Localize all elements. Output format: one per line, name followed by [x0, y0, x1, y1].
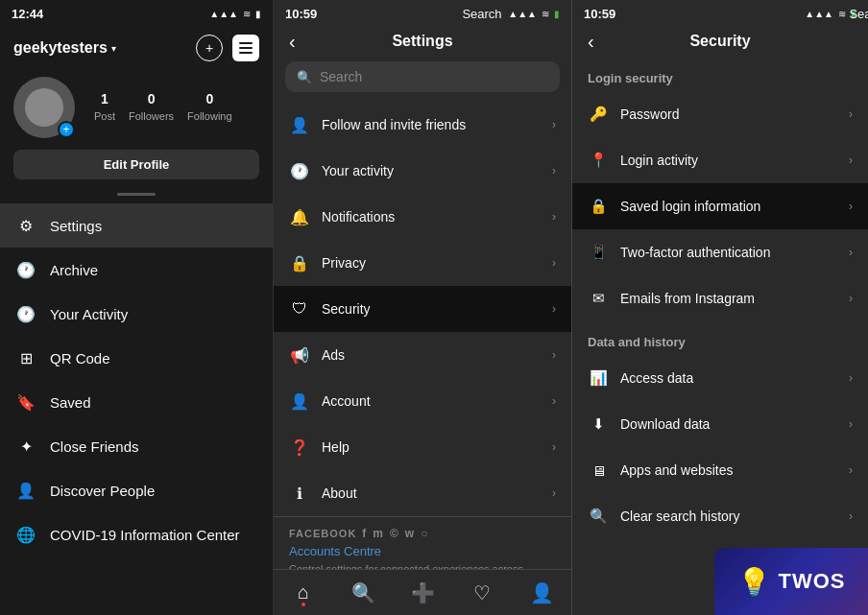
menu-button[interactable] — [232, 35, 259, 61]
sidebar-item-settings[interactable]: ⚙ Settings — [0, 203, 273, 248]
bottom-nav: ⌂ 🔍 ➕ ♡ 👤 — [274, 569, 571, 615]
saved-label: Saved — [50, 394, 91, 411]
username: geekytesters — [13, 39, 108, 57]
home-nav-button[interactable]: ⌂ — [284, 574, 323, 612]
security-item-emails[interactable]: ✉ Emails from Instagram › — [572, 275, 868, 321]
search-label-p2: Search — [462, 7, 501, 21]
your-activity-icon: 🕐 — [289, 160, 310, 181]
security-item-clear-search[interactable]: 🔍 Clear search history › — [572, 493, 868, 539]
divider — [117, 193, 156, 196]
search-nav-button[interactable]: 🔍 — [344, 574, 382, 612]
access-data-icon: 📊 — [588, 367, 609, 389]
facebook-icon: f — [362, 527, 367, 540]
security-item-two-factor[interactable]: 📱 Two-factor authentication › — [572, 229, 868, 275]
posts-stat: 1 Post — [94, 91, 115, 124]
chevron-right-icon: › — [552, 486, 556, 500]
nav-header-p3: ‹ Security — [572, 27, 868, 58]
profile-nav-button[interactable]: 👤 — [522, 574, 561, 612]
chevron-right-icon: › — [849, 463, 853, 477]
search-bar[interactable]: 🔍 Search — [285, 61, 560, 92]
search-input[interactable]: Search — [320, 69, 362, 84]
sidebar-item-saved[interactable]: 🔖 Saved — [0, 380, 273, 424]
saved-icon: 🔖 — [15, 391, 36, 413]
settings-item-ads[interactable]: 📢 Ads › — [274, 332, 571, 378]
settings-panel: 10:59 Search ▲▲▲ ≋ ▮ ‹ Settings 🔍 Search… — [274, 0, 572, 615]
about-icon: ℹ — [289, 483, 310, 504]
sidebar-item-covid-info[interactable]: 🌐 COVID-19 Information Center — [0, 512, 273, 556]
security-icon: 🛡 — [289, 298, 310, 319]
status-bar-p3: 10:59 Search ▲▲▲ ≋ ▮ — [572, 0, 868, 27]
ads-icon: 📢 — [289, 344, 310, 366]
search-label-p3: Search — [849, 7, 868, 21]
status-bar-p1: 12:44 ▲▲▲ ≋ ▮ — [0, 0, 273, 27]
security-item-login-activity[interactable]: 📍 Login activity › — [572, 137, 868, 183]
covid-info-icon: 🌐 — [15, 524, 36, 545]
wifi-icon-p3: ≋ — [838, 9, 846, 19]
followers-label: Followers — [129, 110, 174, 122]
facebook-description: Control settings for connected experienc… — [289, 562, 556, 569]
help-label: Help — [322, 439, 350, 455]
wifi-icon-p2: ≋ — [542, 9, 549, 19]
settings-item-your-activity[interactable]: 🕐 Your activity › — [274, 148, 571, 194]
username-row: geekytesters ▾ — [13, 39, 116, 57]
two-factor-label: Two-factor authentication — [620, 245, 770, 260]
login-activity-label: Login activity — [620, 153, 698, 168]
settings-item-privacy[interactable]: 🔒 Privacy › — [274, 240, 571, 286]
chevron-right-icon: › — [552, 348, 556, 362]
sidebar-item-close-friends[interactable]: ✦ Close Friends — [0, 424, 273, 468]
following-count: 0 — [187, 91, 231, 106]
activity-nav-button[interactable]: ♡ — [463, 574, 501, 612]
status-icons-p1: ▲▲▲ ≋ ▮ — [209, 9, 261, 19]
sidebar-item-archive[interactable]: 🕐 Archive — [0, 248, 273, 292]
accounts-centre-link[interactable]: Accounts Centre — [289, 544, 556, 558]
time-p1: 12:44 — [12, 7, 43, 21]
your-activity-icon: 🕐 — [15, 303, 36, 324]
chevron-right-icon: › — [552, 302, 556, 316]
avatar-image — [25, 88, 63, 127]
whatsapp-icon: w — [405, 527, 415, 540]
security-item-access-data[interactable]: 📊 Access data › — [572, 355, 868, 401]
security-item-apps-websites[interactable]: 🖥 Apps and websites › — [572, 447, 868, 493]
privacy-icon: 🔒 — [289, 252, 310, 273]
add-post-button[interactable]: + — [196, 35, 223, 61]
settings-item-account[interactable]: 👤 Account › — [274, 378, 571, 424]
emails-icon: ✉ — [588, 288, 609, 309]
notifications-label: Notifications — [322, 209, 395, 225]
chevron-right-icon: › — [552, 256, 556, 270]
chevron-right-icon: › — [849, 246, 853, 259]
add-nav-button[interactable]: ➕ — [403, 574, 442, 612]
security-item-download-data[interactable]: ⬇ Download data › — [572, 401, 868, 447]
sidebar-item-your-activity[interactable]: 🕐 Your Activity — [0, 292, 273, 336]
signal-icon-p3: ▲▲▲ — [805, 9, 833, 19]
sidebar-item-discover-people[interactable]: 👤 Discover People — [0, 468, 273, 512]
settings-item-about[interactable]: ℹ About › — [274, 470, 571, 516]
security-item-password[interactable]: 🔑 Password › — [572, 91, 868, 137]
settings-item-help[interactable]: ❓ Help › — [274, 424, 571, 470]
password-icon: 🔑 — [588, 104, 609, 125]
notifications-icon: 🔔 — [289, 206, 310, 227]
chevron-right-icon: › — [552, 394, 556, 408]
settings-item-notifications[interactable]: 🔔 Notifications › — [274, 194, 571, 240]
stats-row: 1 Post 0 Followers 0 Following — [94, 91, 232, 124]
chevron-right-icon: › — [849, 371, 853, 385]
chevron-right-icon: › — [849, 509, 853, 523]
follow-invite-icon: 👤 — [289, 114, 310, 135]
qr-code-label: QR Code — [50, 350, 110, 367]
security-item-saved-login[interactable]: 🔒 Saved login information › — [572, 183, 868, 229]
settings-item-follow-invite[interactable]: 👤 Follow and invite friends › — [274, 102, 571, 148]
avatar-wrap: + — [13, 77, 75, 138]
chevron-right-icon: › — [849, 292, 853, 305]
back-button-p2[interactable]: ‹ — [289, 31, 296, 53]
covid-info-label: COVID-19 Information Center — [50, 527, 240, 543]
access-data-label: Access data — [620, 370, 693, 386]
twos-bulb-icon: 💡 — [737, 566, 771, 598]
status-icons-p2: ▲▲▲ ≋ ▮ — [508, 9, 560, 19]
add-story-button[interactable]: + — [58, 121, 75, 138]
edit-profile-button[interactable]: Edit Profile — [13, 150, 259, 179]
back-button-p3[interactable]: ‹ — [588, 31, 594, 53]
sidebar-item-qr-code[interactable]: ⊞ QR Code — [0, 336, 273, 380]
twos-text: TWOS — [779, 569, 846, 594]
chevron-right-icon: › — [552, 210, 556, 224]
battery-icon: ▮ — [255, 9, 261, 19]
settings-item-security[interactable]: 🛡 Security › — [274, 286, 571, 332]
